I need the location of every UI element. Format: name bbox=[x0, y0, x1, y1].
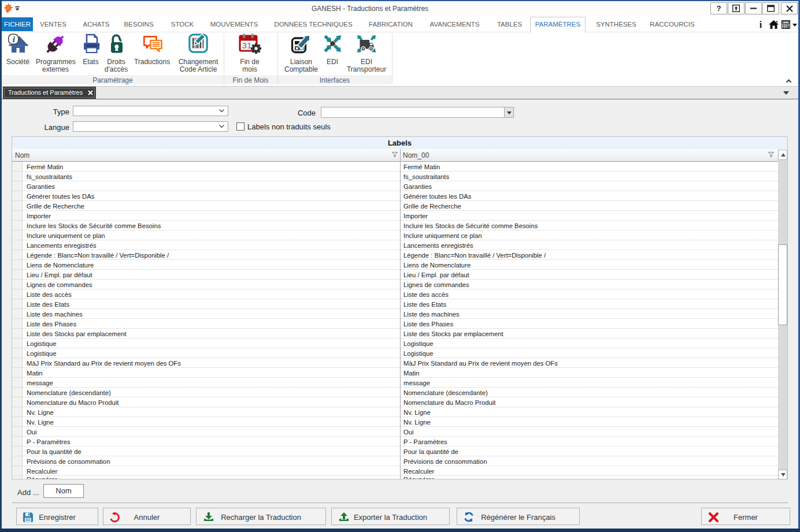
svg-text:31: 31 bbox=[242, 40, 252, 50]
svg-text:i: i bbox=[760, 20, 762, 29]
